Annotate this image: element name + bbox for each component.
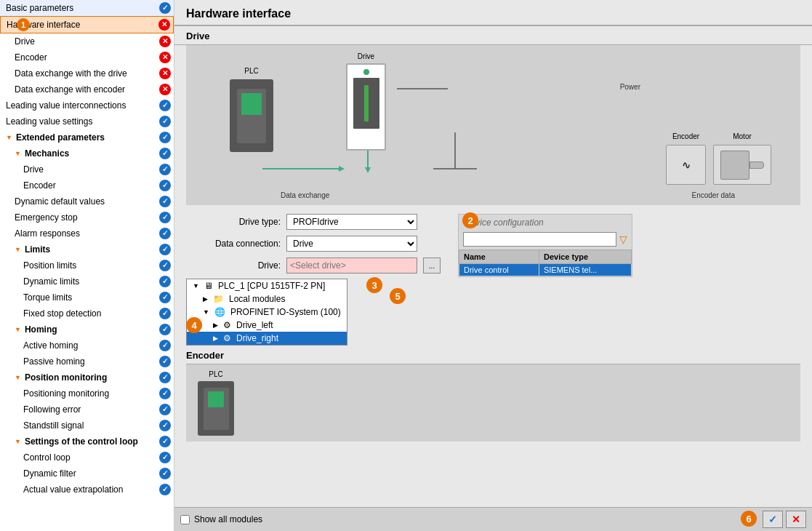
sidebar-item-mechanics[interactable]: ▼Mechanics✓ xyxy=(0,145,174,161)
check-icon-mechanics-encoder: ✓ xyxy=(159,180,171,191)
tree-item-profinet[interactable]: ▼🌐PROFINET IO-System (100) xyxy=(187,306,347,319)
sidebar-label-control-loop-settings: Settings of the control loop xyxy=(25,435,157,448)
sidebar-item-leading-value-interconnections[interactable]: Leading value interconnections✓ xyxy=(0,97,174,113)
sidebar-label-positioning-monitoring: Positioning monitoring xyxy=(23,387,157,400)
diagram-plc: PLC xyxy=(230,67,273,152)
sidebar-item-following-error[interactable]: Following error✓ xyxy=(0,402,174,418)
tree-arrow-drive-left: ▶ xyxy=(213,322,218,329)
tree-arrow-profinet: ▼ xyxy=(203,308,209,316)
tree-item-drive-left[interactable]: ▶⚙Drive_left xyxy=(187,319,347,332)
sidebar-item-dynamic-filter[interactable]: Dynamic filter✓ xyxy=(0,466,174,482)
diagram-motor: Motor xyxy=(713,132,771,185)
sidebar-item-control-loop-settings[interactable]: ▼Settings of the control loop✓ xyxy=(0,434,174,450)
sidebar-item-emergency-stop[interactable]: Emergency stop✓ xyxy=(0,209,174,225)
sidebar-label-dynamic-filter: Dynamic filter xyxy=(23,467,157,480)
sidebar-item-fixed-stop[interactable]: Fixed stop detection✓ xyxy=(0,306,174,322)
bottom-buttons: 6 ✓ ✕ xyxy=(741,511,806,528)
sidebar-item-mechanics-drive[interactable]: Drive✓ xyxy=(0,161,174,177)
sidebar-item-leading-value-settings[interactable]: Leading value settings✓ xyxy=(0,113,174,129)
sidebar-item-alarm-responses[interactable]: Alarm responses✓ xyxy=(0,225,174,241)
sidebar-item-data-exchange-encoder[interactable]: Data exchange with encoder✕ xyxy=(0,81,174,97)
expand-icon-extended-params: ▼ xyxy=(6,131,12,144)
filter-icon[interactable]: ▽ xyxy=(619,233,627,245)
sidebar-item-limits[interactable]: ▼Limits✓ xyxy=(0,241,174,257)
drive-diagram: PLC Drive Power Encoder ∿ xyxy=(186,45,800,205)
plc-box xyxy=(230,79,273,152)
check-icon-dynamic-default: ✓ xyxy=(159,196,171,207)
sidebar-item-drive[interactable]: Drive✕ xyxy=(0,33,174,49)
sidebar-item-basic-params[interactable]: Basic parameters✓ xyxy=(0,0,174,16)
form-fields: Drive type: PROFIdrive Data connection: … xyxy=(186,214,441,276)
expand-icon-control-loop-settings: ▼ xyxy=(15,435,21,448)
encoder-section-header: Encoder xyxy=(186,346,800,364)
sidebar-item-extended-params[interactable]: ▼Extended parameters✓ xyxy=(0,129,174,145)
cancel-button[interactable]: ✕ xyxy=(786,511,806,528)
tree-label-drive-right: Drive_right xyxy=(236,333,278,343)
error-icon-data-exchange-drive: ✕ xyxy=(159,68,171,79)
tree-arrow-local-modules: ▶ xyxy=(203,295,208,303)
sidebar-item-control-loop[interactable]: Control loop✓ xyxy=(0,450,174,466)
check-icon-extended-params: ✓ xyxy=(159,132,171,143)
sidebar-item-homing[interactable]: ▼Homing✓ xyxy=(0,322,174,338)
plc-inner xyxy=(237,89,266,143)
sidebar-item-hardware-interface[interactable]: Hardware interface✕1 xyxy=(0,16,174,33)
ok-button[interactable]: ✓ xyxy=(763,511,783,528)
device-config-header: Device configuration xyxy=(459,215,632,231)
show-all-checkbox[interactable] xyxy=(180,515,190,524)
check-icon-following-error: ✓ xyxy=(159,404,171,415)
sidebar-label-dynamic-default: Dynamic default values xyxy=(15,195,157,208)
sidebar-item-encoder[interactable]: Encoder✕ xyxy=(0,49,174,65)
tree-item-drive-right[interactable]: ▶⚙Drive_right xyxy=(187,332,347,345)
sidebar-item-active-homing[interactable]: Active homing✓ xyxy=(0,338,174,354)
tree-label-profinet: PROFINET IO-System (100) xyxy=(230,307,341,317)
sidebar-item-passive-homing[interactable]: Passive homing✓ xyxy=(0,354,174,370)
sidebar-item-data-exchange-drive[interactable]: Data exchange with the drive✕ xyxy=(0,65,174,81)
drive-section-header: Drive xyxy=(174,26,812,45)
badge-6: 6 xyxy=(741,511,757,527)
dc-cell-type: SIEMENS tel... xyxy=(539,264,631,276)
device-config-search-input[interactable] xyxy=(463,232,616,247)
badge-5: 5 xyxy=(390,288,406,304)
sidebar-item-position-limits[interactable]: Position limits✓ xyxy=(0,257,174,274)
sidebar-item-actual-value-extrapolation[interactable]: Actual value extrapolation✓ xyxy=(0,482,174,498)
check-icon-leading-value-interconnections: ✓ xyxy=(159,100,171,111)
sidebar-label-extended-params: Extended parameters xyxy=(16,131,157,144)
drive-device-label: Drive xyxy=(358,52,374,60)
sidebar-item-positioning-monitoring[interactable]: Positioning monitoring✓ xyxy=(0,386,174,402)
data-connection-row: Data connection: Drive xyxy=(186,236,441,252)
sidebar-item-dynamic-limits[interactable]: Dynamic limits✓ xyxy=(0,274,174,290)
sidebar-item-torque-limits[interactable]: Torque limits✓ xyxy=(0,290,174,306)
col-device-type: Device type xyxy=(539,250,631,264)
sidebar-label-data-exchange-drive: Data exchange with the drive xyxy=(15,67,157,80)
browse-button[interactable]: ... xyxy=(423,257,441,274)
badge-4: 4 xyxy=(186,317,202,333)
sidebar-item-standstill-signal[interactable]: Standstill signal✓ xyxy=(0,418,174,434)
sidebar-label-torque-limits: Torque limits xyxy=(23,291,157,304)
config-area: 2 Drive type: PROFIdrive Data connection… xyxy=(174,211,812,277)
error-icon-drive: ✕ xyxy=(159,36,171,47)
sidebar-label-basic-params: Basic parameters xyxy=(6,1,157,15)
error-icon-hardware-interface: ✕ xyxy=(158,19,170,31)
dc-row-drive-control[interactable]: Drive controlSIEMENS tel... xyxy=(459,264,632,276)
data-exchange-label: Data exchange xyxy=(281,191,329,199)
tree-item-local-modules[interactable]: ▶📁Local modules xyxy=(187,292,347,306)
data-connection-label: Data connection: xyxy=(186,239,281,249)
data-connection-select[interactable]: Drive xyxy=(286,236,417,252)
col-name: Name xyxy=(459,250,539,264)
sidebar-item-position-monitoring[interactable]: ▼Position monitoring✓ xyxy=(0,370,174,386)
tree-dropdown: ▼🖥PLC_1 [CPU 1515TF-2 PN]▶📁Local modules… xyxy=(186,279,347,346)
sidebar-item-mechanics-encoder[interactable]: Encoder✓ xyxy=(0,177,174,193)
tree-item-plc1[interactable]: ▼🖥PLC_1 [CPU 1515TF-2 PN] xyxy=(187,279,347,292)
sidebar-item-dynamic-default[interactable]: Dynamic default values✓ xyxy=(0,193,174,209)
sidebar-label-mechanics-encoder: Encoder xyxy=(23,179,157,192)
sidebar-label-leading-value-settings: Leading value settings xyxy=(6,115,157,128)
sidebar-label-active-homing: Active homing xyxy=(23,339,157,352)
tree-icon-local-modules: 📁 xyxy=(213,294,224,304)
drive-type-select[interactable]: PROFIdrive xyxy=(286,214,417,230)
tree-arrow-drive-right: ▶ xyxy=(213,335,218,342)
sidebar-label-position-limits: Position limits xyxy=(23,259,157,272)
check-icon-mechanics: ✓ xyxy=(159,148,171,159)
check-icon-active-homing: ✓ xyxy=(159,340,171,351)
drive-input[interactable] xyxy=(286,257,417,274)
encoder-data-label: Encoder data xyxy=(692,191,736,199)
